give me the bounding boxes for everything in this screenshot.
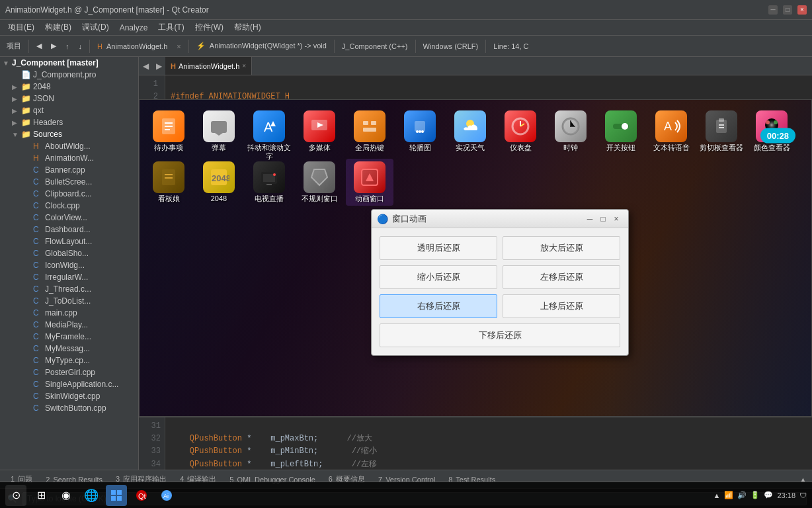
line-info[interactable]: Line: 14, C [489,41,532,52]
taskbar-volume[interactable]: 🔊 [737,491,747,499]
desktop-icon-scroll[interactable]: A 抖动和滚动文字 [245,108,293,163]
taskbar-app1[interactable] [106,485,127,506]
encoding-selector[interactable]: Windows (CRLF) [419,41,483,52]
sidebar-item-qxt[interactable]: ▶ 📁 qxt [0,105,138,116]
dialog-minimize-button[interactable]: ─ [583,212,596,226]
sidebar-item-mymessage[interactable]: C MyMessag... [0,343,138,355]
timer-badge: 00:28 [760,128,795,144]
sidebar-root[interactable]: ▼ J_Component [master] [0,57,138,69]
menu-build[interactable]: 构建(B) [40,21,77,34]
sidebar-item-banner[interactable]: C Banner.cpp [0,164,138,176]
sidebar: ▼ J_Component [master] 📄 J_Component.pro… [0,57,139,470]
sidebar-item-json[interactable]: ▶ 📁 JSON [0,93,138,105]
svg-point-27 [766,120,770,124]
dialog-maximize-button[interactable]: □ [596,212,610,226]
menu-controls[interactable]: 控件(W) [190,21,229,34]
desktop-icon-tts[interactable]: A 文本转语音 [647,108,695,163]
desktop-icon-hotkey[interactable]: 全局热键 [346,108,393,163]
desktop-icon-clock[interactable]: 时钟 [547,108,594,163]
svg-rect-8 [371,121,376,125]
btn-right-restore[interactable]: 右移后还原 [380,294,497,318]
nav-up[interactable]: ↑ [61,41,73,52]
code-editor[interactable]: 1 2 3 4 #ifndef ANIMATIONWIDGET_H #defin… [139,75,812,99]
sidebar-item-pro[interactable]: 📄 J_Component.pro [0,69,138,81]
sidebar-item-main[interactable]: C main.cpp [0,307,138,319]
nav-forward[interactable]: ▶ [47,40,60,52]
desktop-icon-anim[interactable]: 动画窗口 [346,159,393,206]
desktop-icon-tvlive[interactable]: 电视直播 [245,159,293,206]
sidebar-item-animationwidget[interactable]: H AnimationW... [0,152,138,164]
taskbar-apps[interactable]: ⊞ [30,485,52,506]
taskbar-start[interactable]: ⊙ [5,485,26,506]
sidebar-item-aboutwidget[interactable]: H AboutWidg... [0,140,138,152]
file-close[interactable]: × [173,41,184,52]
desktop-icon-2048[interactable]: 2048 2048 [195,159,243,206]
bottom-code-section[interactable]: 31 32 33 34 QPushButton * m_pMaxBtn; //放… [139,417,812,470]
menu-help[interactable]: 帮助(H) [229,21,266,34]
sidebar-item-skinwidget[interactable]: C SkinWidget.cpp [0,390,138,402]
desktop-icon-clipboard[interactable]: 剪切板查看器 [698,108,745,163]
sidebar-item-headers[interactable]: ▶ 📁 Headers [0,116,138,128]
taskbar-app3[interactable]: Ai [156,485,177,506]
sidebar-item-sources[interactable]: ▼ 📁 Sources [0,128,138,140]
tab-animationwidget-h[interactable]: H AnimationWidget.h × [165,57,252,75]
svg-point-28 [774,120,778,124]
tab-prev[interactable]: ◀ [139,57,152,75]
desktop-icon-todo[interactable]: 待办事项 [145,108,192,163]
desktop-icon-toggle[interactable]: 开关按钮 [597,108,645,163]
sidebar-item-dashboard[interactable]: C Dashboard... [0,224,138,235]
desktop-icon-irregular[interactable]: 不规则窗口 [296,159,343,206]
dialog-close-button[interactable]: × [610,212,623,226]
sidebar-item-switchbutton[interactable]: C SwitchButton.cpp [0,402,138,414]
taskbar-task2[interactable]: ◉ [56,485,77,506]
btn-up-restore[interactable]: 上移后还原 [503,294,620,318]
desktop-icon-dashboard[interactable]: 仪表盘 [497,108,544,163]
desktop-icon-media[interactable]: 多媒体 [296,108,343,163]
maximize-button[interactable]: □ [783,5,792,15]
btn-transparent-restore[interactable]: 透明后还原 [380,236,497,260]
btn-zoom-restore[interactable]: 放大后还原 [503,236,620,260]
function-selector[interactable]: ⚡ AnimationWidget(QWidget *) -> void [192,40,331,52]
nav-down[interactable]: ↓ [75,41,87,52]
taskbar-arrow-up[interactable]: ▲ [713,491,721,499]
btn-left-restore[interactable]: 左移后还原 [503,265,620,289]
sidebar-item-postergirl[interactable]: C PosterGirl.cpp [0,366,138,378]
sidebar-item-irregularwidget[interactable]: C IrregularW... [0,271,138,283]
nav-back[interactable]: ◀ [32,40,46,52]
class-selector[interactable]: J_Component (C++) [338,41,412,52]
menu-debug[interactable]: 调试(D) [77,21,114,34]
code-content[interactable]: #ifndef ANIMATIONWIDGET_H #define ANIMAT… [165,75,812,99]
file-tab[interactable]: H AnimationWidget.h [93,41,171,52]
sidebar-item-singleapp[interactable]: C SingleApplication.c... [0,378,138,390]
bottom-code-content[interactable]: QPushButton * m_pMaxBtn; //放大 QPushButto… [165,417,812,470]
btn-down-restore[interactable]: 下移后还原 [380,323,620,347]
taskbar-app2[interactable]: Qt [131,485,152,506]
sidebar-item-clipboard[interactable]: C Clipboard.c... [0,188,138,200]
sidebar-item-iconwidget[interactable]: C IconWidg... [0,259,138,271]
minimize-button[interactable]: ─ [768,5,778,15]
menu-analyze[interactable]: Analyze [114,22,153,34]
sidebar-item-flowlayout[interactable]: C FlowLayout... [0,235,138,247]
sidebar-item-mytype[interactable]: C MyType.cp... [0,355,138,366]
tab-next[interactable]: ▶ [152,57,165,75]
sidebar-item-2048[interactable]: ▶ 📁 2048 [0,81,138,93]
btn-shrink-restore[interactable]: 缩小后还原 [380,265,497,289]
close-button[interactable]: × [797,5,807,15]
sidebar-item-bulletscreen[interactable]: C BulletScree... [0,176,138,188]
menu-project[interactable]: 项目(E) [3,21,40,34]
desktop-icon-board[interactable]: 看板娘 [145,159,192,206]
desktop-icon-weather[interactable]: 实况天气 [446,108,494,163]
project-selector[interactable]: 项目 [3,40,25,52]
sidebar-item-clock[interactable]: C Clock.cpp [0,200,138,212]
tab-close-0[interactable]: × [242,62,246,69]
sidebar-item-todolist[interactable]: C J_ToDoList... [0,295,138,307]
sidebar-item-myframeless[interactable]: C MyFramele... [0,331,138,343]
desktop-icon-carousel[interactable]: 轮播图 [396,108,444,163]
desktop-icon-popup[interactable]: 弹幕 [195,108,243,163]
taskbar-browser[interactable]: 🌐 [81,485,102,506]
sidebar-item-mediaplayer[interactable]: C MediaPlay... [0,319,138,331]
sidebar-item-jthread[interactable]: C J_Thread.c... [0,283,138,295]
sidebar-item-colorviewer[interactable]: C ColorView... [0,212,138,224]
menu-tools[interactable]: 工具(T) [153,21,189,34]
sidebar-item-globalshortcut[interactable]: C GlobalSho... [0,247,138,259]
